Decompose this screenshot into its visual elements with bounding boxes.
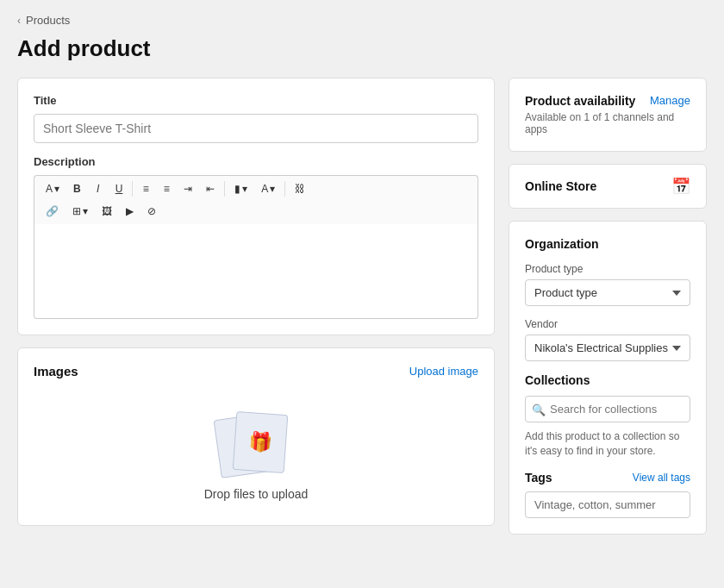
organization-card: Organization Product type Product type V… xyxy=(509,221,707,535)
right-column: Product availability Manage Available on… xyxy=(509,78,707,535)
align-dropdown-icon: ▾ xyxy=(242,183,247,195)
underline-icon: U xyxy=(115,183,123,195)
align-icon: ▮ xyxy=(234,183,240,195)
image-card-front: 🎁 xyxy=(233,411,289,473)
font-icon: A xyxy=(46,183,53,195)
organization-title: Organization xyxy=(525,237,690,251)
outdent-btn[interactable]: ⇤ xyxy=(200,179,221,198)
collections-section: Collections 🔍 Add this product to a coll… xyxy=(525,373,690,459)
ol-icon: ≡ xyxy=(164,183,170,195)
product-availability-card: Product availability Manage Available on… xyxy=(509,78,707,152)
media-icon: ▶ xyxy=(126,205,134,217)
images-title: Images xyxy=(34,364,78,378)
url-btn[interactable]: 🔗 xyxy=(40,202,65,221)
link-btn-1[interactable]: ⛓ xyxy=(289,179,311,198)
ul-icon: ≡ xyxy=(143,183,149,195)
bold-btn[interactable]: B xyxy=(67,179,87,198)
description-label: Description xyxy=(34,155,478,168)
availability-title: Product availability xyxy=(525,94,635,108)
text-color-dropdown-icon: ▾ xyxy=(270,183,275,195)
ordered-list-btn[interactable]: ≡ xyxy=(157,179,176,198)
indent-icon: ⇥ xyxy=(184,183,192,195)
title-label: Title xyxy=(34,94,478,107)
toolbar-divider-3 xyxy=(284,181,285,197)
text-color-icon: A xyxy=(261,183,268,195)
images-card: Images Upload image 🎁 Drop files to uplo… xyxy=(17,347,495,526)
product-type-field: Product type Product type xyxy=(525,263,690,306)
description-editor[interactable] xyxy=(34,224,478,319)
tags-title: Tags xyxy=(525,471,552,485)
toolbar-row-1: A ▾ B I U ≡ xyxy=(40,179,472,198)
availability-header: Product availability Manage xyxy=(525,94,690,108)
bold-icon: B xyxy=(73,183,81,195)
product-type-label: Product type xyxy=(525,263,690,275)
toolbar-divider-2 xyxy=(224,181,225,197)
title-input[interactable] xyxy=(34,114,478,143)
vendor-field: Vendor Nikola's Electrical Supplies xyxy=(525,318,690,361)
table-icon: ⊞ xyxy=(72,205,81,217)
vendor-label: Vendor xyxy=(525,318,690,330)
clear-format-icon: ⊘ xyxy=(147,205,156,217)
tags-header: Tags View all tags xyxy=(525,471,690,485)
link-icon-1: ⛓ xyxy=(295,183,305,195)
product-type-select[interactable]: Product type xyxy=(525,279,690,306)
image-insert-icon: 🖼 xyxy=(102,205,112,217)
image-insert-btn[interactable]: 🖼 xyxy=(96,202,118,221)
page-title: Add product xyxy=(17,35,707,62)
availability-subtitle: Available on 1 of 1 channels and apps xyxy=(525,111,690,135)
view-all-tags-link[interactable]: View all tags xyxy=(633,472,690,484)
collections-title: Collections xyxy=(525,373,690,387)
main-layout: Title Description A ▾ B I xyxy=(17,78,707,535)
back-arrow: ‹ xyxy=(17,15,21,27)
calendar-icon[interactable]: 📅 xyxy=(671,177,690,196)
drop-zone[interactable]: 🎁 Drop files to upload xyxy=(34,392,478,510)
online-store-card: Online Store 📅 xyxy=(509,164,707,209)
outdent-icon: ⇤ xyxy=(206,183,215,195)
product-details-card: Title Description A ▾ B I xyxy=(17,78,495,335)
align-btn[interactable]: ▮ ▾ xyxy=(228,179,253,198)
search-collections-input[interactable] xyxy=(525,396,690,422)
url-icon: 🔗 xyxy=(46,205,59,217)
page-container: ‹ Products Add product Title Description… xyxy=(0,0,724,588)
vendor-select[interactable]: Nikola's Electrical Supplies xyxy=(525,335,690,361)
left-column: Title Description A ▾ B I xyxy=(17,78,495,526)
search-collections-container: 🔍 xyxy=(525,396,690,422)
editor-toolbar: A ▾ B I U ≡ xyxy=(34,175,478,224)
online-store-label: Online Store xyxy=(525,179,596,193)
manage-link[interactable]: Manage xyxy=(650,94,690,107)
underline-btn[interactable]: U xyxy=(109,179,129,198)
upload-image-link[interactable]: Upload image xyxy=(409,365,478,378)
toolbar-divider-1 xyxy=(132,181,133,197)
images-header: Images Upload image xyxy=(34,364,478,378)
font-dropdown-icon: ▾ xyxy=(54,183,59,195)
breadcrumb: ‹ Products xyxy=(17,14,707,27)
breadcrumb-products-link[interactable]: Products xyxy=(26,14,70,27)
drop-images-icon: 🎁 xyxy=(217,410,295,479)
table-btn[interactable]: ⊞ ▾ xyxy=(66,202,94,221)
unordered-list-btn[interactable]: ≡ xyxy=(136,179,155,198)
collections-hint: Add this product to a collection so it's… xyxy=(525,429,690,459)
indent-btn[interactable]: ⇥ xyxy=(178,179,198,198)
toolbar-row-2: 🔗 ⊞ ▾ 🖼 ▶ ⊘ xyxy=(40,202,472,221)
italic-btn[interactable]: I xyxy=(89,179,108,198)
bow-icon: 🎁 xyxy=(248,430,273,454)
font-btn[interactable]: A ▾ xyxy=(40,179,66,198)
search-icon: 🔍 xyxy=(532,403,546,416)
italic-icon: I xyxy=(97,183,99,195)
clear-format-btn[interactable]: ⊘ xyxy=(141,202,162,221)
media-btn[interactable]: ▶ xyxy=(120,202,140,221)
table-dropdown-icon: ▾ xyxy=(83,205,88,217)
drop-text: Drop files to upload xyxy=(204,487,309,501)
text-color-btn[interactable]: A ▾ xyxy=(255,179,281,198)
tags-section: Tags View all tags xyxy=(525,471,690,518)
tags-input[interactable] xyxy=(525,491,690,518)
